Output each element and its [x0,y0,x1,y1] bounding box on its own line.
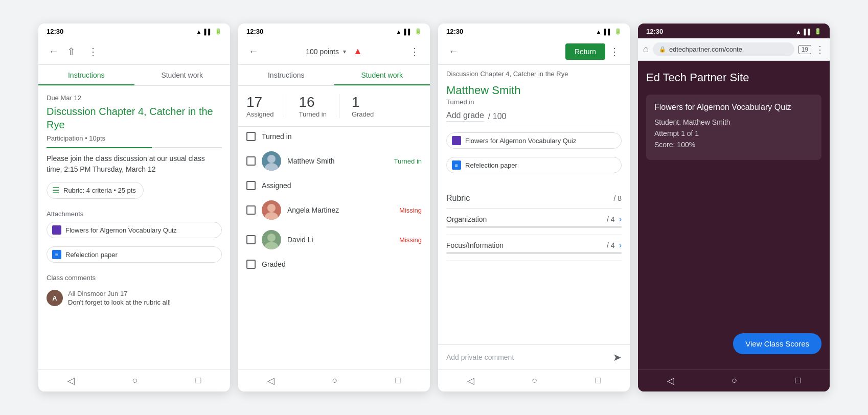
doc-icon: ≡ [52,250,61,259]
tab-count[interactable]: 19 [798,45,811,54]
nav-back-1[interactable]: ◁ [67,375,75,386]
stat-divider-1 [286,94,286,118]
tab-student-work-2[interactable]: Student work [334,65,430,85]
stat-assigned-number: 17 [246,94,262,110]
more-icon-4[interactable]: ⋮ [815,44,825,55]
graded-header: Graded [262,260,286,268]
more-icon-1[interactable]: ⋮ [84,43,102,60]
rubric-icon: ☰ [52,186,59,195]
return-button[interactable]: Return [565,43,605,60]
site-title: Ed Tech Partner Site [646,71,821,84]
back-icon-2[interactable]: ← [244,43,263,59]
criterion-organization[interactable]: Organization / 4 › [446,209,622,235]
checkbox-section-assigned[interactable] [246,181,256,190]
rubric-chip[interactable]: ☰ Rubric: 4 criteria • 25 pts [47,182,144,199]
nav-home-4[interactable]: ○ [732,375,738,386]
status-icons-3: ▲ ▌▌ 🔋 [596,28,622,35]
david-status: Missing [399,236,422,244]
chevron-right-1[interactable]: › [619,215,622,224]
tab-student-work-1[interactable]: Student work [134,65,231,85]
student-detail-name: Matthew Smith [446,84,622,97]
david-name: David Li [287,236,393,244]
tab-instructions-1[interactable]: Instructions [38,65,134,85]
app-bar-actions-1: ⇧ ⋮ [63,43,102,60]
attempt-label: Attempt 1 of 1 [654,129,813,137]
student-row-matthew[interactable]: Matthew Smith Turned in [238,146,430,176]
checkbox-david[interactable] [246,235,256,244]
svg-point-5 [265,242,278,249]
nav-home-1[interactable]: ○ [132,375,138,386]
bottom-nav-2: ◁ ○ □ [238,370,430,391]
rubric-label: Rubric: 4 criteria • 25 pts [63,187,136,194]
status-time-1: 12:30 [47,28,63,35]
checkbox-section-turned-in[interactable] [246,132,256,141]
private-comment-placeholder[interactable]: Add private comment [446,353,613,361]
ali-avatar: A [47,290,63,306]
points-dropdown-icon[interactable]: ▾ [343,48,346,55]
more-icon-3[interactable]: ⋮ [605,43,624,60]
share-icon-1[interactable]: ⇧ [63,43,80,60]
angela-avatar [262,200,281,220]
status-bar-3: 12:30 ▲ ▌▌ 🔋 [438,24,630,38]
detail-quiz-icon [452,136,461,145]
attachment-chip-2[interactable]: ≡ Refelection paper [47,246,222,263]
screen2-student-work: 12:30 ▲ ▌▌ 🔋 ← 100 points ▾ ▲ ⋮ Instruct… [238,24,430,391]
battery-icon-3: 🔋 [614,28,622,35]
private-comment-bar: Add private comment ➤ [438,344,630,370]
status-icons-2: ▲ ▌▌ 🔋 [396,28,422,35]
attachment-chip-1[interactable]: Flowers for Algernon Vocabulary Quiz [47,222,222,238]
checkbox-matthew[interactable] [246,156,256,166]
checkbox-angela[interactable] [246,205,256,215]
more-icon-2[interactable]: ⋮ [405,43,424,60]
criterion-focus[interactable]: Focus/Information / 4 › [446,235,622,261]
status-bar-1: 12:30 ▲ ▌▌ 🔋 [38,24,230,38]
nav-back-2[interactable]: ◁ [267,375,275,386]
view-class-scores-button[interactable]: View Class Scores [733,333,821,354]
matthew-status: Turned in [394,157,422,165]
grade-placeholder[interactable]: Add grade [446,111,484,122]
nav-back-3[interactable]: ◁ [467,375,474,386]
attachment2-label: Refelection paper [65,251,118,259]
rubric-title-row: Rubric / 8 [446,189,622,209]
url-bar[interactable]: 🔒 edtechpartner.com/conte [653,42,794,56]
commenter-name: Ali Dinsmoor [68,290,106,297]
nav-home-2[interactable]: ○ [332,375,338,386]
drive-icon[interactable]: ▲ [353,46,362,57]
stat-turned-in-number: 16 [299,94,314,110]
home-browser-icon[interactable]: ⌂ [643,44,649,55]
bottom-nav-4: ◁ ○ □ [638,370,830,391]
send-icon[interactable]: ➤ [613,351,622,363]
score-label: Score: 100% [654,141,813,149]
nav-home-3[interactable]: ○ [532,375,538,386]
student-row-angela[interactable]: Angela Martinez Missing [238,195,430,225]
nav-square-4[interactable]: □ [795,375,801,386]
section-turned-in-row: Turned in [238,127,430,146]
criterion1-bar [446,226,622,228]
battery-icon-4: 🔋 [814,28,821,35]
checkbox-section-graded[interactable] [246,260,256,269]
detail-attachment2: Refelection paper [465,162,517,169]
back-icon-1[interactable]: ← [44,43,63,59]
back-icon-3[interactable]: ← [444,43,463,59]
detail-attachment-chip-2[interactable]: ≡ Refelection paper [446,157,622,173]
tab-instructions-2[interactable]: Instructions [238,65,334,85]
signal-icon-4: ▌▌ [804,29,812,35]
matthew-name: Matthew Smith [287,157,388,165]
nav-square-2[interactable]: □ [396,375,401,386]
nav-square-3[interactable]: □ [596,375,601,386]
grade-max: / 100 [488,112,507,121]
chevron-right-2[interactable]: › [619,241,622,250]
nav-back-4[interactable]: ◁ [667,375,674,386]
tabs-2: Instructions Student work [238,65,430,86]
section-assigned-row: Assigned [238,176,430,195]
svg-point-2 [267,204,276,212]
screen1-content: Due Mar 12 Discussion Chapter 4, Catcher… [38,86,230,370]
battery-icon-1: 🔋 [215,28,222,35]
criterion1-name: Organization [446,215,487,223]
student-row-david[interactable]: David Li Missing [238,225,430,255]
nav-square-1[interactable]: □ [196,375,201,386]
class-comment: A Ali Dinsmoor Jun 17 Don't forget to lo… [47,286,222,306]
detail-attachment-chip-1[interactable]: Flowers for Algernon Vocabulary Quiz [446,132,622,149]
detail-attachment1: Flowers for Algernon Vocabulary Quiz [465,137,577,145]
wifi-icon-1: ▲ [196,29,202,35]
